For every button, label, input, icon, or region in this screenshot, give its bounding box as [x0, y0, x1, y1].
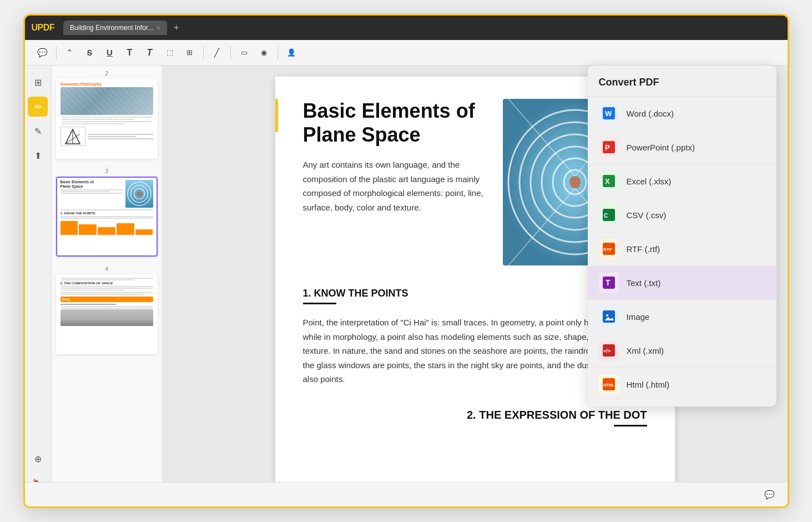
rtf-label: RTF (.rtf) — [627, 244, 660, 254]
powerpoint-label: PowerPoint (.pptx) — [627, 143, 695, 152]
svg-text:RTF: RTF — [603, 247, 612, 252]
app-window: UPDF Building Environment Infor... × + 💬… — [23, 14, 789, 508]
sidebar-highlight-icon[interactable]: ✏ — [28, 97, 48, 117]
page-2-label: 2 — [56, 70, 158, 77]
xml-label: Xml (.xml) — [627, 346, 664, 355]
word-icon: W — [599, 103, 619, 123]
convert-pdf-panel: Convert PDF W Word (.docx) P PowerPoint … — [588, 66, 776, 406]
page-2-img: Geometric Philosophy — [57, 80, 157, 158]
active-tab[interactable]: Building Environment Infor... × — [63, 21, 167, 35]
svg-point-14 — [569, 176, 581, 188]
text-label: Text (.txt) — [627, 278, 661, 288]
svg-text:</>: </> — [603, 348, 611, 354]
svg-point-32 — [606, 314, 608, 317]
image-label: Image — [627, 312, 650, 322]
csv-icon: C — [599, 205, 619, 225]
image-icon — [599, 307, 619, 327]
text-convert-item[interactable]: T Text (.txt) — [588, 266, 776, 300]
main-area: ⊞ ✏ ✎ ⬆ ⊕ 🔖 2 Geometric Philosophy — [25, 66, 788, 506]
pencil-icon[interactable]: ⌃ — [61, 44, 79, 62]
svg-text:W: W — [605, 109, 612, 118]
svg-rect-31 — [603, 310, 615, 323]
svg-text:C: C — [604, 213, 608, 219]
svg-point-6 — [137, 191, 142, 197]
user-icon[interactable]: 👤 — [283, 44, 300, 62]
thumbnail-page-3[interactable]: 3 Basic Elements of Plane Space — [56, 168, 158, 257]
thumbnail-page-4[interactable]: 4 1. THE COMPOSITION OF SPACE — [56, 265, 158, 354]
tab-close-button[interactable]: × — [157, 24, 160, 31]
page-4-thumb[interactable]: 1. THE COMPOSITION OF SPACE String — [56, 274, 158, 354]
tab-label: Building Environment Infor... — [70, 24, 153, 32]
underline-icon[interactable]: U — [101, 44, 119, 62]
new-tab-button[interactable]: + — [174, 22, 180, 34]
page-3-thumb[interactable]: Basic Elements of Plane Space — [56, 177, 158, 257]
text-icon[interactable]: T — [121, 44, 139, 62]
text-icon-convert: T — [599, 273, 619, 293]
toolbar-divider-2 — [203, 46, 204, 59]
page-4-label: 4 — [56, 265, 158, 272]
svg-text:T: T — [606, 278, 611, 287]
powerpoint-icon: P — [599, 137, 619, 157]
svg-text:X: X — [605, 177, 610, 185]
color-icon[interactable]: ◉ — [255, 44, 273, 62]
shape-icon[interactable]: ╱ — [208, 44, 226, 62]
toolbar-divider-3 — [230, 46, 231, 59]
csv-convert-item[interactable]: C CSV (.csv) — [588, 198, 776, 232]
comment-icon[interactable]: 💬 — [34, 44, 52, 62]
text-box-icon[interactable]: ⬚ — [161, 44, 179, 62]
sidebar-edit-icon[interactable]: ✎ — [28, 121, 48, 141]
toolbar-divider-4 — [278, 46, 278, 59]
rtf-icon: RTF — [599, 239, 619, 259]
page-3-label: 3 — [56, 168, 158, 174]
svg-text:HTML: HTML — [603, 383, 614, 387]
excel-label: Excel (.xlsx) — [627, 177, 672, 186]
html-convert-item[interactable]: HTML Html (.html) — [588, 368, 776, 401]
sidebar-export-icon[interactable]: ⬆ — [28, 145, 48, 165]
svg-text:P: P — [605, 143, 610, 152]
html-label: Html (.html) — [627, 380, 670, 389]
xml-icon: </> — [599, 340, 619, 360]
sidebar-pages-icon[interactable]: ⊞ — [28, 72, 48, 92]
yellow-accent-bar — [275, 99, 278, 132]
xml-convert-item[interactable]: </> Xml (.xml) — [588, 334, 776, 368]
rtf-convert-item[interactable]: RTF RTF (.rtf) — [588, 232, 776, 266]
section2-underline — [614, 425, 647, 426]
thumbnail-panel: 2 Geometric Philosophy — [52, 66, 163, 506]
chat-bottom-icon[interactable]: 💬 — [761, 486, 779, 504]
page-3-img: Basic Elements of Plane Space — [57, 178, 157, 255]
title-bar: UPDF Building Environment Infor... × + — [25, 16, 788, 40]
page-4-img: 1. THE COMPOSITION OF SPACE String — [57, 275, 157, 353]
strikethrough-icon[interactable]: S — [81, 44, 99, 62]
excel-convert-item[interactable]: X Excel (.xlsx) — [588, 164, 776, 198]
bottom-bar: 💬 — [25, 482, 788, 506]
text-styled-icon[interactable]: T — [141, 44, 159, 62]
thumbnail-page-2[interactable]: 2 Geometric Philosophy — [56, 70, 158, 159]
section1-underline — [303, 303, 336, 304]
word-label: Word (.docx) — [627, 109, 674, 118]
pdf-section2-title: 2. THE EXPRESSION OF THE DOT — [303, 409, 647, 421]
page-2-thumb[interactable]: Geometric Philosophy — [56, 79, 158, 159]
sidebar-layers-icon[interactable]: ⊕ — [28, 449, 48, 469]
rect-icon[interactable]: ▭ — [235, 44, 253, 62]
html-icon: HTML — [599, 374, 619, 394]
word-convert-item[interactable]: W Word (.docx) — [588, 97, 776, 130]
left-sidebar: ⊞ ✏ ✎ ⬆ ⊕ 🔖 — [25, 66, 52, 506]
updf-logo: UPDF — [32, 23, 55, 33]
powerpoint-convert-item[interactable]: P PowerPoint (.pptx) — [588, 130, 776, 164]
toolbar-divider-1 — [56, 46, 57, 59]
image-convert-item[interactable]: Image — [588, 300, 776, 334]
table-icon[interactable]: ⊞ — [181, 44, 199, 62]
excel-icon: X — [599, 171, 619, 191]
csv-label: CSV (.csv) — [627, 210, 667, 220]
convert-panel-title: Convert PDF — [588, 77, 776, 97]
main-toolbar: 💬 ⌃ S U T T ⬚ ⊞ ╱ ▭ ◉ 👤 — [25, 40, 788, 66]
